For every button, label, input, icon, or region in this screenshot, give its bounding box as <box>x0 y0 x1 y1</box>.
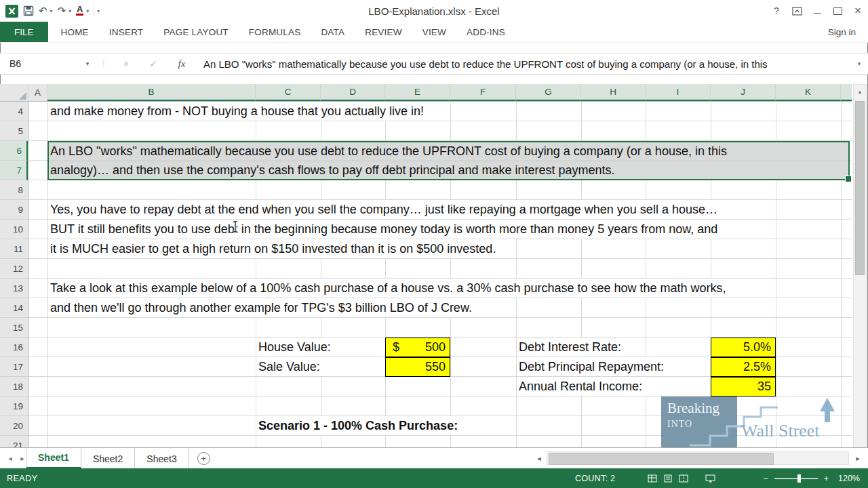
cell-B6[interactable]: An LBO "works" mathematically because yo… <box>50 142 734 160</box>
name-box[interactable]: B6 <box>0 54 80 74</box>
select-all-button[interactable] <box>0 84 28 101</box>
grid-body[interactable]: and make money from - NOT buying a house… <box>0 102 852 447</box>
insert-function-icon[interactable]: fx <box>167 58 197 70</box>
cell-J16[interactable]: 5.0% <box>711 338 776 357</box>
status-count[interactable]: COUNT: 2 <box>575 474 615 483</box>
row-header-16[interactable]: 16 <box>0 338 28 357</box>
tab-add-ins[interactable]: ADD-INS <box>456 22 515 42</box>
excel-app-icon[interactable] <box>5 5 18 18</box>
expand-formula-bar-icon[interactable]: ▾ <box>850 60 868 67</box>
name-box-dropdown-icon[interactable]: ▾ <box>80 60 95 67</box>
undo-dropdown-icon[interactable]: ▾ <box>50 8 53 14</box>
row-header-14[interactable]: 14 <box>0 298 28 318</box>
horizontal-scrollbar-thumb[interactable] <box>549 453 774 465</box>
sign-in-link[interactable]: Sign in <box>828 22 868 42</box>
zoom-slider-thumb[interactable] <box>797 474 801 483</box>
cell-J17[interactable]: 2.5% <box>711 357 776 377</box>
hscroll-right-icon[interactable]: ▸ <box>852 451 864 466</box>
formula-cancel-icon[interactable]: × <box>113 58 140 69</box>
page-layout-view-icon[interactable] <box>663 474 673 483</box>
undo-icon[interactable]: ↶ <box>39 5 47 17</box>
font-color-icon[interactable]: A <box>76 6 83 16</box>
tab-formulas[interactable]: FORMULAS <box>239 22 311 42</box>
row-header-11[interactable]: 11 <box>0 239 28 259</box>
row-header-6[interactable]: 6 <box>0 141 28 161</box>
row-header-12[interactable]: 12 <box>0 259 28 279</box>
tab-data[interactable]: DATA <box>311 22 355 42</box>
column-header-h[interactable]: H <box>581 84 646 101</box>
tab-sheet1[interactable]: Sheet1 <box>26 448 81 469</box>
new-sheet-button[interactable]: + <box>197 452 210 465</box>
column-header-i[interactable]: I <box>646 84 711 101</box>
row-header-7[interactable]: 7 <box>0 161 28 180</box>
column-header-k[interactable]: K <box>776 84 841 101</box>
normal-view-icon[interactable] <box>648 474 657 483</box>
help-icon[interactable]: ? <box>766 0 787 22</box>
cell-J18[interactable]: 35 <box>711 377 776 396</box>
row-header-21[interactable]: 21 <box>0 436 28 447</box>
cell-B4[interactable]: and make money from - NOT buying a house… <box>50 102 431 121</box>
tab-sheet3[interactable]: Sheet3 <box>135 448 189 469</box>
row-header-18[interactable]: 18 <box>0 377 28 396</box>
tab-sheet2[interactable]: Sheet2 <box>81 448 135 469</box>
save-icon[interactable] <box>23 5 34 16</box>
cell-B7[interactable]: analogy)… and then use the company's cas… <box>50 161 622 180</box>
hscroll-left-icon[interactable]: ◂ <box>533 451 545 466</box>
column-header-f[interactable]: F <box>450 84 516 101</box>
tab-review[interactable]: REVIEW <box>355 22 412 42</box>
horizontal-scrollbar[interactable] <box>547 451 849 465</box>
redo-icon[interactable]: ↷ <box>58 5 66 17</box>
cell-E17[interactable]: 550 <box>385 357 450 377</box>
cell-G18[interactable]: Annual Rental Income: <box>519 377 649 396</box>
vertical-scrollbar-thumb[interactable] <box>855 101 865 275</box>
customize-qat-icon[interactable]: ▾ <box>97 8 100 14</box>
column-header-a[interactable]: A <box>28 84 47 101</box>
row-header-5[interactable]: 5 <box>0 121 28 141</box>
formula-enter-icon[interactable]: ✓ <box>140 58 167 69</box>
tab-file[interactable]: FILE <box>0 22 48 42</box>
cell-C20[interactable]: Scenario 1 - 100% Cash Purchase: <box>258 416 465 435</box>
row-header-4[interactable]: 4 <box>0 102 28 121</box>
column-header-partial[interactable] <box>841 84 852 101</box>
row-header-15[interactable]: 15 <box>0 318 28 338</box>
row-header-17[interactable]: 17 <box>0 357 28 377</box>
tab-view[interactable]: VIEW <box>412 22 456 42</box>
sheet-nav-right-icon[interactable]: ▸ <box>15 448 30 469</box>
column-header-j[interactable]: J <box>711 84 776 101</box>
column-header-d[interactable]: D <box>321 84 385 101</box>
redo-dropdown-icon[interactable]: ▾ <box>68 8 71 14</box>
zoom-level[interactable]: 120% <box>837 474 860 483</box>
tab-insert[interactable]: INSERT <box>99 22 153 42</box>
maximize-icon[interactable] <box>827 0 848 22</box>
row-header-9[interactable]: 9 <box>0 200 28 220</box>
row-header-20[interactable]: 20 <box>0 416 28 436</box>
cell-B9[interactable]: Yes, you have to repay debt at the end w… <box>50 200 724 219</box>
formula-bar-content[interactable]: An LBO "works" mathematically because yo… <box>197 58 850 70</box>
cell-G17[interactable]: Debt Principal Repayment: <box>519 357 671 376</box>
cell-B10[interactable]: BUT it still benefits you to use debt in… <box>50 220 724 239</box>
display-settings-icon[interactable] <box>705 474 715 483</box>
zoom-slider[interactable] <box>774 478 818 479</box>
row-header-19[interactable]: 19 <box>0 396 28 416</box>
scroll-up-icon[interactable]: ▴ <box>854 85 866 98</box>
ribbon-display-options-icon[interactable] <box>787 0 807 22</box>
vertical-scrollbar[interactable]: ▴ <box>853 84 867 447</box>
cell-B13[interactable]: Take a look at this example below of a 1… <box>50 279 733 298</box>
cell-C17[interactable]: Sale Value: <box>258 357 327 376</box>
minimize-icon[interactable] <box>807 0 827 22</box>
row-header-8[interactable]: 8 <box>0 180 28 200</box>
close-icon[interactable]: × <box>848 0 868 22</box>
cell-G16[interactable]: Debt Interest Rate: <box>519 338 628 357</box>
cell-B11[interactable]: it is MUCH easier to get a high return o… <box>50 239 502 258</box>
zoom-in-icon[interactable]: + <box>824 474 829 483</box>
fill-handle[interactable] <box>845 176 852 182</box>
column-header-b[interactable]: B <box>47 84 256 101</box>
column-header-e[interactable]: E <box>385 84 450 101</box>
cell-E16[interactable]: $ 500 <box>385 338 450 357</box>
page-break-preview-icon[interactable] <box>679 474 688 483</box>
tab-page-layout[interactable]: PAGE LAYOUT <box>153 22 238 42</box>
cell-B14[interactable]: and then we'll go through another exampl… <box>50 298 479 317</box>
column-header-c[interactable]: C <box>256 84 321 101</box>
column-header-g[interactable]: G <box>516 84 581 101</box>
row-header-10[interactable]: 10 <box>0 220 28 239</box>
